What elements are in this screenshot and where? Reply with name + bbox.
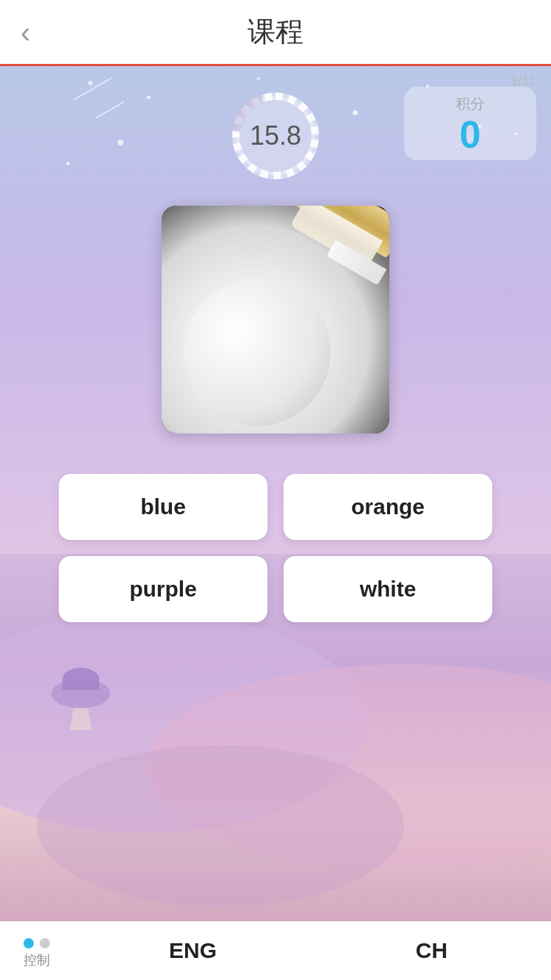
star-4 [353,110,358,115]
answer-button-orange[interactable]: orange [284,474,492,540]
star-8 [66,162,70,165]
language-ch-button[interactable]: CH [312,938,551,963]
back-button[interactable]: ‹ [21,18,30,47]
question-image-container [162,206,389,433]
answers-container: blue orange purple white [0,474,551,622]
white-ball [184,279,331,426]
image-background [162,206,389,433]
timer-value: 15.8 [250,120,301,151]
star-2 [147,96,151,99]
star-3 [257,77,260,80]
score-value: 0 [460,115,481,154]
answer-button-purple[interactable]: purple [59,556,267,622]
star-7 [118,140,123,145]
control-label: 控制 [24,951,50,969]
bottom-bar: 控制 ENG CH [0,921,551,980]
dot-active [24,938,34,948]
answer-button-white[interactable]: white [284,556,492,622]
ufo-top [62,668,99,690]
game-area: 1/11 15.8 积分 0 [0,66,551,980]
page-title: 课程 [248,13,303,51]
dot-inactive [40,938,50,948]
language-eng-button[interactable]: ENG [73,938,312,963]
score-box: 积分 0 [404,87,536,160]
hill-3 [37,745,404,907]
control-section: 控制 [0,932,73,969]
answer-button-blue[interactable]: blue [59,474,267,540]
timer-container: 15.8 [228,88,323,184]
ufo-decoration [44,671,118,730]
star-1 [88,81,93,85]
dots-container [24,938,50,948]
header-bar: ‹ 课程 [0,0,551,66]
question-image [162,206,389,433]
ufo-beam [70,705,92,730]
timer-circle: 15.8 [228,88,323,184]
score-label: 积分 [455,94,485,114]
progress-display: 1/11 [511,73,536,89]
